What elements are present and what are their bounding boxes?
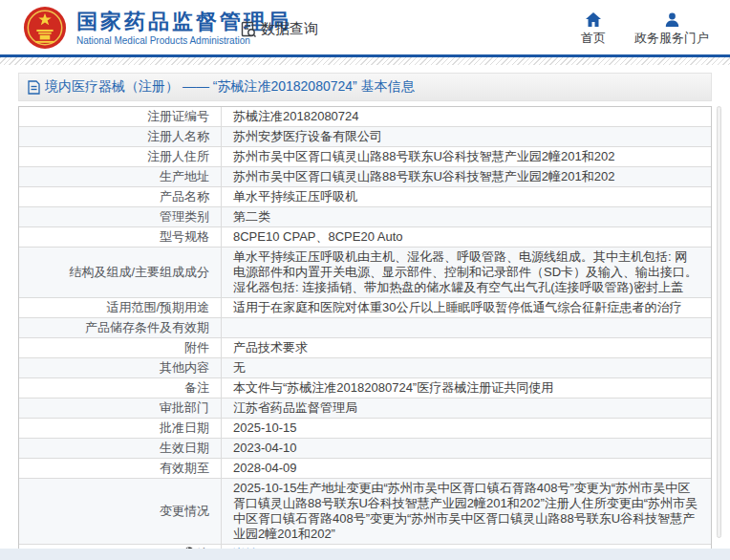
table-row: 适用范围/预期用途适用于在家庭和医院对体重30公斤以上睡眠呼吸暂停低通气综合征鼾… (19, 298, 711, 318)
row-value: 苏州市吴中区胥口镇灵山路88号联东U谷科技智慧产业园2幢201和202 (222, 147, 711, 166)
table-row: 注册人住所苏州市吴中区胥口镇灵山路88号联东U谷科技智慧产业园2幢201和202 (19, 147, 711, 167)
nav-home[interactable]: 首页 (581, 11, 606, 47)
row-value: 8CPE10 CPAP、8CPE20 Auto (222, 227, 711, 247)
row-label: 生效日期 (19, 439, 222, 458)
header-hatch-strip (0, 57, 730, 65)
user-icon (665, 11, 679, 27)
main-content: 境内医疗器械（注册） —— “苏械注准20182080724” 基本信息 注册证… (0, 65, 730, 560)
footer-strip (0, 549, 730, 560)
row-label: 注册人名称 (19, 127, 222, 146)
row-label: 附件 (19, 338, 222, 357)
table-row: 附件产品技术要求 (19, 338, 711, 358)
row-value: 适用于在家庭和医院对体重30公斤以上睡眠呼吸暂停低通气综合征鼾症患者的治疗 (222, 298, 711, 317)
row-value: 2023-04-10 (222, 439, 711, 458)
row-value (222, 318, 711, 337)
data-query-menu[interactable]: 数据查询 (240, 20, 318, 38)
row-label: 注册证编号 (19, 107, 222, 126)
row-label: 适用范围/预期用途 (19, 298, 222, 317)
nav-gov-portal-label: 政务服务门户 (634, 30, 709, 47)
row-label: 审批部门 (19, 398, 222, 418)
national-emblem-icon (23, 6, 67, 50)
data-query-label: 数据查询 (261, 20, 318, 38)
row-label: 变更情况 (19, 479, 222, 544)
row-label: 产品储存条件及有效期 (19, 318, 222, 337)
row-value: 苏州市吴中区胥口镇灵山路88号联东U谷科技智慧产业园2幢201和202 (222, 167, 711, 186)
row-value: 产品技术要求 (222, 338, 711, 357)
row-label: 管理类别 (19, 207, 222, 226)
row-value: 苏械注准20182080724 (222, 107, 711, 126)
row-label: 其他内容 (19, 358, 222, 377)
row-value: 2028-04-09 (222, 459, 711, 478)
registration-info-table: 注册证编号苏械注准20182080724 注册人名称苏州安梦医疗设备有限公司 注… (18, 106, 712, 560)
table-row: 备注本文件与“苏械注准20182080724”医疗器械注册证共同使用 (19, 378, 711, 398)
table-row: 生效日期2023-04-10 (19, 439, 711, 459)
row-value: 苏州安梦医疗设备有限公司 (222, 127, 711, 146)
page-title: 境内医疗器械（注册） —— “苏械注准20182080724” 基本信息 (45, 78, 415, 96)
table-row: 结构及组成/主要组成成分单水平持续正压呼吸机由主机、湿化器、呼吸管路、电源线组成… (19, 248, 711, 298)
row-value: 2025-10-15生产地址变更由“苏州市吴中区胥口镇石胥路408号”变更为“苏… (222, 479, 711, 544)
row-value: 第二类 (222, 207, 711, 226)
table-row: 审批部门江苏省药品监督管理局 (19, 398, 711, 419)
table-row: 产品储存条件及有效期 (19, 318, 711, 338)
site-header: 国家药品监督管理局 National Medical Products Admi… (0, 0, 730, 54)
home-icon (586, 11, 601, 27)
nav-home-label: 首页 (581, 30, 606, 47)
row-label: 注册人住所 (19, 147, 222, 166)
nav-gov-portal[interactable]: 政务服务门户 (634, 11, 709, 47)
table-row: 变更情况2025-10-15生产地址变更由“苏州市吴中区胥口镇石胥路408号”变… (19, 479, 711, 545)
table-row: 注册证编号苏械注准20182080724 (19, 107, 711, 127)
row-label: 结构及组成/主要组成成分 (19, 248, 222, 297)
row-label: 有效期至 (19, 459, 222, 478)
data-query-icon (240, 21, 257, 38)
row-value: 2025-10-15 (222, 419, 711, 438)
row-value: 无 (222, 358, 711, 377)
row-value: 江苏省药品监督管理局 (222, 398, 711, 418)
table-row: 生产地址苏州市吴中区胥口镇灵山路88号联东U谷科技智慧产业园2幢201和202 (19, 167, 711, 187)
scrollbar[interactable] (717, 106, 721, 538)
table-row: 管理类别第二类 (19, 207, 711, 227)
page-title-bar: 境内医疗器械（注册） —— “苏械注准20182080724” 基本信息 (18, 73, 712, 101)
top-nav: 首页 政务服务门户 (581, 11, 709, 47)
row-value: 本文件与“苏械注准20182080724”医疗器械注册证共同使用 (222, 378, 711, 398)
table-row: 产品名称单水平持续正压呼吸机 (19, 187, 711, 207)
row-label: 产品名称 (19, 187, 222, 206)
row-label: 批准日期 (19, 419, 222, 438)
row-label: 生产地址 (19, 167, 222, 186)
table-row: 有效期至2028-04-09 (19, 459, 711, 479)
table-row: 注册人名称苏州安梦医疗设备有限公司 (19, 127, 711, 147)
table-row: 其他内容无 (19, 358, 711, 378)
document-icon (28, 80, 40, 95)
row-label: 备注 (19, 378, 222, 398)
row-value: 单水平持续正压呼吸机由主机、湿化器、呼吸管路、电源线组成。其中主机包括: 网电源… (222, 248, 711, 297)
row-value: 单水平持续正压呼吸机 (222, 187, 711, 206)
table-row: 型号规格8CPE10 CPAP、8CPE20 Auto (19, 227, 711, 248)
row-label: 型号规格 (19, 227, 222, 247)
table-row: 批准日期2025-10-15 (19, 419, 711, 439)
